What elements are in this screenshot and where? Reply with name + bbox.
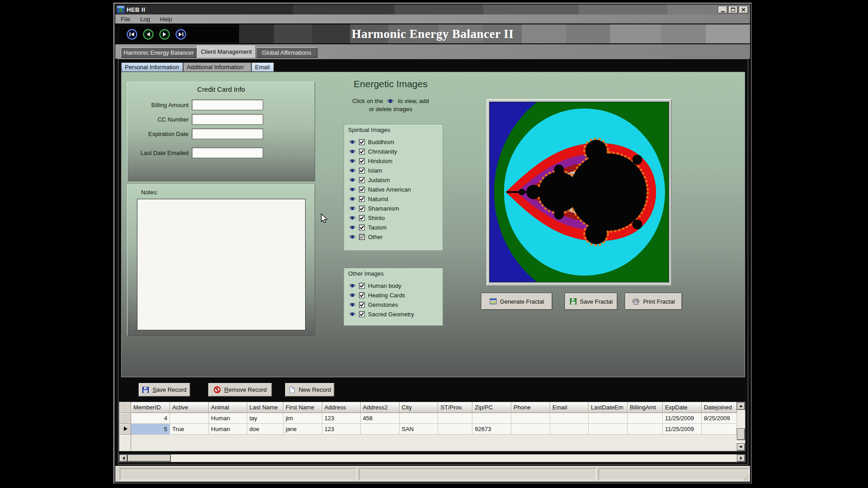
tab-global-affirmations[interactable]: Global Affirmations [256, 47, 317, 58]
image-checkbox[interactable] [359, 196, 365, 202]
expiration-date-input[interactable] [192, 128, 263, 139]
grid-cell[interactable]: 4 [131, 413, 170, 424]
remove-record-button[interactable]: Remove Record [208, 383, 272, 397]
row-selector[interactable] [119, 424, 131, 435]
eye-icon[interactable] [349, 216, 356, 221]
save-fractal-button[interactable]: Save Fractal [565, 293, 618, 310]
menu-log[interactable]: Log [140, 16, 150, 23]
image-checkbox[interactable] [359, 283, 365, 289]
generate-fractal-button[interactable]: Generate Fractal [481, 293, 552, 310]
grid-cell[interactable]: 456 [361, 413, 400, 424]
tab-client-management[interactable]: Client Management [197, 46, 256, 58]
eye-icon[interactable] [349, 178, 356, 183]
menu-help[interactable]: Help [160, 16, 172, 23]
grid-cell[interactable] [702, 424, 737, 435]
grid-column-header[interactable]: Phone [511, 402, 550, 413]
eye-icon[interactable] [349, 235, 356, 239]
grid-cell[interactable]: Human [209, 413, 247, 424]
grid-cell[interactable] [511, 424, 550, 435]
grid-cell[interactable] [361, 424, 400, 435]
eye-icon[interactable] [349, 140, 356, 145]
tab-additional-information[interactable]: Additional Information [183, 62, 251, 72]
image-checkbox[interactable] [359, 311, 365, 317]
grid-column-header[interactable]: BillingAmt [627, 402, 663, 413]
print-fractal-button[interactable]: Print Fractal [625, 293, 682, 310]
grid-cell[interactable] [438, 424, 472, 435]
scroll-right-button[interactable] [737, 455, 745, 462]
grid-cell[interactable] [627, 413, 663, 424]
row-selector-header[interactable] [119, 402, 131, 413]
image-checkbox[interactable] [359, 215, 365, 221]
grid-cell[interactable]: jim [283, 413, 322, 424]
vertical-scroll-thumb[interactable] [737, 428, 745, 440]
eye-icon[interactable] [349, 206, 356, 211]
grid-vertical-scrollbar[interactable] [737, 402, 745, 451]
previous-record-button[interactable] [142, 28, 154, 40]
image-checkbox[interactable] [359, 168, 365, 174]
grid-cell[interactable] [589, 424, 627, 435]
grid-cell[interactable] [589, 413, 627, 424]
grid-column-header[interactable]: Animal [209, 402, 247, 413]
grid-column-header[interactable]: First Name [283, 402, 322, 413]
grid-cell[interactable]: 8/25/2009 [702, 413, 737, 424]
row-selector[interactable] [119, 413, 131, 424]
image-checkbox[interactable] [359, 177, 365, 183]
first-record-button[interactable] [126, 28, 138, 40]
grid-cell[interactable] [400, 413, 439, 424]
eye-icon[interactable] [349, 283, 356, 288]
grid-column-header[interactable]: Address [322, 402, 361, 413]
eye-icon[interactable] [349, 159, 356, 164]
grid-cell[interactable]: 92673 [472, 424, 511, 435]
grid-cell[interactable] [550, 424, 589, 435]
grid-cell[interactable] [627, 424, 663, 435]
eye-icon[interactable] [349, 168, 356, 173]
grid-cell[interactable]: True [170, 424, 209, 435]
grid-column-header[interactable]: LastDateEm [589, 402, 627, 413]
maximize-button[interactable] [728, 6, 738, 14]
image-checkbox[interactable] [359, 149, 365, 155]
grid-column-header[interactable]: Zip/PC [472, 402, 511, 413]
close-button[interactable] [739, 6, 748, 14]
minimize-button[interactable] [718, 6, 727, 14]
image-checkbox[interactable] [359, 187, 365, 192]
eye-icon[interactable] [349, 302, 356, 307]
scroll-left-button[interactable] [119, 455, 127, 462]
window-titlebar[interactable]: HEB II [115, 5, 750, 14]
tab-harmonic-energy-balancer[interactable]: Harmonic Energy Balancer [121, 47, 197, 58]
next-record-button[interactable] [159, 28, 170, 40]
grid-cell[interactable] [472, 413, 511, 424]
grid-cell[interactable]: 123 [322, 424, 361, 435]
grid-column-header[interactable]: City [400, 402, 439, 413]
eye-icon[interactable] [349, 293, 356, 298]
eye-icon[interactable] [349, 187, 356, 192]
grid-cell[interactable]: 5 [131, 424, 170, 435]
grid-cell[interactable] [170, 413, 209, 424]
grid-cell[interactable]: doe [247, 424, 283, 435]
grid-column-header[interactable]: ExpDate [663, 402, 702, 413]
grid-cell[interactable]: 11/25/2009 [663, 424, 702, 435]
tab-email[interactable]: Email [251, 62, 274, 72]
last-date-emailed-input[interactable] [192, 147, 263, 158]
eye-icon[interactable] [349, 312, 356, 317]
grid-cell[interactable]: tay [247, 413, 283, 424]
grid-cell[interactable]: Human [209, 424, 247, 435]
billing-amount-input[interactable] [192, 99, 263, 110]
grid-column-header[interactable]: Email [550, 402, 589, 413]
image-checkbox[interactable] [359, 158, 365, 164]
grid-cell[interactable] [550, 413, 589, 424]
grid-column-header[interactable]: Last Name [247, 402, 283, 413]
menu-file[interactable]: File [121, 16, 130, 23]
horizontal-scroll-thumb[interactable] [127, 455, 171, 462]
grid-column-header[interactable]: Address2 [361, 402, 400, 413]
eye-icon[interactable] [349, 197, 356, 202]
new-record-button[interactable]: New Record [285, 383, 335, 397]
notes-textarea[interactable] [137, 199, 306, 330]
grid-cell[interactable]: 11/25/2009 [663, 413, 702, 424]
grid-column-header[interactable]: Active [170, 402, 209, 413]
grid-cell[interactable]: 123 [322, 413, 361, 424]
grid-horizontal-scrollbar[interactable] [119, 454, 745, 462]
image-checkbox[interactable] [359, 292, 365, 298]
eye-icon[interactable] [349, 149, 356, 154]
grid-cell[interactable]: jane [283, 424, 322, 435]
image-checkbox[interactable] [359, 139, 365, 145]
